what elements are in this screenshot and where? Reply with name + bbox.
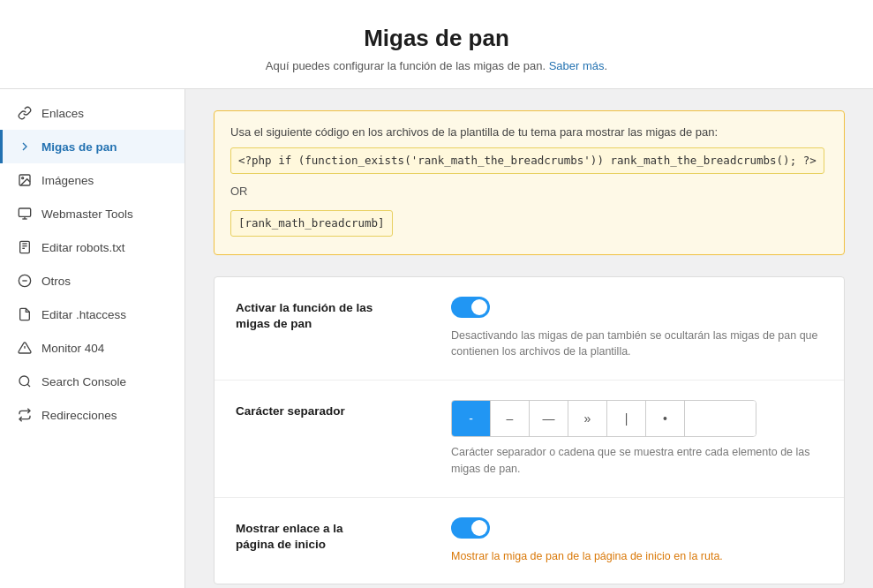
monitor-icon xyxy=(17,340,33,356)
robots-icon xyxy=(17,239,33,255)
sidebar-label-enlaces: Enlaces xyxy=(41,107,84,120)
page-container: Migas de pan Aquí puedes configurar la f… xyxy=(0,0,873,588)
page-body: Enlaces Migas de pan xyxy=(0,89,873,588)
sidebar-item-search-console[interactable]: Search Console xyxy=(0,365,184,398)
section-content-separador: - – — » | • Carácter separador o cadena … xyxy=(451,400,823,478)
sidebar-item-enlaces[interactable]: Enlaces xyxy=(0,96,184,130)
svg-rect-2 xyxy=(19,208,30,216)
sidebar-label-otros: Otros xyxy=(41,275,71,288)
sep-btn-em-dash[interactable]: — xyxy=(530,401,568,436)
sidebar-item-migas-de-pan[interactable]: Migas de pan xyxy=(0,130,184,163)
sidebar-item-redirecciones[interactable]: Redirecciones xyxy=(0,398,184,432)
svg-point-1 xyxy=(22,177,24,179)
sidebar-label-imagenes: Imágenes xyxy=(41,174,94,187)
section-row-inicio: Mostrar enlace a lapágina de inicio Most… xyxy=(214,498,844,584)
search-console-icon xyxy=(17,373,33,389)
sidebar-item-imagenes[interactable]: Imágenes xyxy=(0,163,184,197)
section-content-activar: Desactivando las migas de pan también se… xyxy=(451,297,823,361)
desc-inicio: Mostrar la miga de pan de la página de i… xyxy=(451,548,823,565)
info-box: Usa el siguiente código en los archivos … xyxy=(214,110,845,255)
section-label-inicio: Mostrar enlace a lapágina de inicio xyxy=(236,517,430,554)
page-header: Migas de pan Aquí puedes configurar la f… xyxy=(0,0,873,89)
sep-btn-pipe[interactable]: | xyxy=(607,401,646,436)
page-subtitle: Aquí puedes configurar la función de las… xyxy=(18,59,855,72)
sidebar-label-search-console: Search Console xyxy=(41,375,126,388)
sidebar-label-monitor: Monitor 404 xyxy=(41,342,104,355)
sidebar-label-htaccess: Editar .htaccess xyxy=(41,308,126,321)
redirecciones-icon xyxy=(17,407,33,423)
sidebar-label-robots: Editar robots.txt xyxy=(41,241,125,254)
or-divider: OR xyxy=(230,183,828,201)
code-line-1[interactable]: <?php if (function_exists('rank_math_the… xyxy=(230,147,824,174)
toggle-activar[interactable] xyxy=(451,297,490,318)
page-title: Migas de pan xyxy=(18,25,855,52)
otros-icon xyxy=(17,273,33,289)
svg-point-13 xyxy=(19,376,29,386)
sep-btn-bullet[interactable]: • xyxy=(646,401,685,436)
sidebar-item-htaccess[interactable]: Editar .htaccess xyxy=(0,298,184,331)
sidebar-label-webmaster: Webmaster Tools xyxy=(41,207,133,221)
sep-btn-en-dash[interactable]: – xyxy=(491,401,530,436)
sidebar-item-monitor404[interactable]: Monitor 404 xyxy=(0,331,184,365)
images-icon xyxy=(17,172,33,188)
section-row-separador: Carácter separador - – — » | • Carácter … xyxy=(214,381,844,498)
separator-buttons: - – — » | • xyxy=(451,400,756,437)
htaccess-icon xyxy=(17,306,33,322)
sidebar-label-redirecciones: Redirecciones xyxy=(41,409,117,422)
main-content: Usa el siguiente código en los archivos … xyxy=(185,89,873,588)
section-row-activar: Activar la función de lasmigas de pan De… xyxy=(214,277,844,381)
sidebar-item-robots[interactable]: Editar robots.txt xyxy=(0,230,184,264)
sep-btn-dash[interactable]: - xyxy=(452,401,491,436)
code-line-2[interactable]: [rank_math_breadcrumb] xyxy=(230,210,393,237)
saber-mas-link[interactable]: Saber más xyxy=(549,59,605,72)
breadcrumb-icon xyxy=(17,139,33,155)
sidebar-label-migas: Migas de pan xyxy=(41,140,117,154)
svg-line-14 xyxy=(27,384,30,387)
webmaster-icon xyxy=(17,206,33,222)
settings-section: Activar la función de lasmigas de pan De… xyxy=(214,276,845,585)
sidebar-item-otros[interactable]: Otros xyxy=(0,264,184,298)
sep-btn-raquo[interactable]: » xyxy=(568,401,607,436)
section-label-activar: Activar la función de lasmigas de pan xyxy=(236,297,430,334)
section-content-inicio: Mostrar la miga de pan de la página de i… xyxy=(451,517,823,565)
link-icon xyxy=(17,105,33,121)
section-label-separador: Carácter separador xyxy=(236,400,430,420)
toggle-inicio[interactable] xyxy=(451,517,490,539)
desc-separador: Carácter separador o cadena que se muest… xyxy=(451,444,823,478)
desc-activar: Desactivando las migas de pan también se… xyxy=(451,328,823,361)
sep-btn-custom-input[interactable] xyxy=(685,401,756,436)
sidebar: Enlaces Migas de pan xyxy=(0,89,185,588)
info-box-text: Usa el siguiente código en los archivos … xyxy=(230,125,718,139)
sidebar-item-webmaster[interactable]: Webmaster Tools xyxy=(0,197,184,230)
